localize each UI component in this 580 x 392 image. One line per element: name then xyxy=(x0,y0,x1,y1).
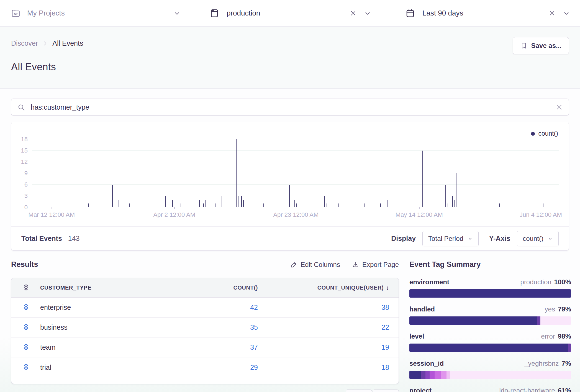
project-chevron-down-icon[interactable] xyxy=(173,9,181,17)
layers-icon xyxy=(22,284,36,292)
environment-clear-icon[interactable] xyxy=(349,9,357,17)
results-header: Results Edit Columns Export Page xyxy=(11,260,399,269)
table-row: team 37 19 xyxy=(11,337,399,357)
tag-top-value: error xyxy=(541,332,555,340)
tag-distribution-bar[interactable] xyxy=(409,289,571,298)
search-icon xyxy=(17,103,25,112)
tag-bar-segment xyxy=(435,371,441,379)
layers-icon-blue xyxy=(22,363,36,372)
display-chevron-down-icon xyxy=(467,236,473,241)
total-events-value: 143 xyxy=(68,234,80,243)
x-axis-tick xyxy=(52,207,52,209)
cell-customer-type: enterprise xyxy=(36,303,180,311)
edit-columns-button[interactable]: Edit Columns xyxy=(291,261,340,269)
bookmark-icon xyxy=(520,42,527,49)
download-icon xyxy=(352,261,359,268)
tag-name: handled xyxy=(409,305,435,313)
environment-chevron-down-icon[interactable] xyxy=(363,9,372,17)
x-axis-tick xyxy=(296,207,296,209)
tag-distribution-bar[interactable] xyxy=(409,344,571,352)
display-dropdown[interactable]: Total Period xyxy=(422,231,479,246)
search-clear-icon[interactable] xyxy=(555,102,564,112)
chart-bar xyxy=(364,203,365,207)
column-count[interactable]: COUNT() xyxy=(180,285,258,291)
tag-bar-segment xyxy=(537,316,540,325)
sort-desc-arrow-icon: ↓ xyxy=(386,284,389,292)
project-selector[interactable]: My Projects xyxy=(0,0,192,26)
chart-bar xyxy=(324,196,325,207)
column-count-unique-user[interactable]: COUNT_UNIQUE(USER) ↓ xyxy=(258,284,399,292)
chart-bar xyxy=(380,203,381,207)
yaxis-chevron-down-icon xyxy=(547,236,553,241)
breadcrumb-discover-link[interactable]: Discover xyxy=(11,39,38,47)
date-range-selector[interactable]: Last 90 days xyxy=(388,0,580,26)
projects-folder-icon xyxy=(11,9,20,18)
chart-legend: count() xyxy=(531,130,558,137)
chart-bar xyxy=(224,203,224,207)
tag-top-value: _yeghrsbnz xyxy=(524,360,559,367)
x-axis-tick xyxy=(541,207,541,209)
x-axis-tick-label: Jun 4 12:00 AM xyxy=(520,211,562,218)
chart-bar xyxy=(338,203,339,207)
chart-bar xyxy=(199,200,200,207)
y-axis-tick-label: 3 xyxy=(24,192,28,200)
previous-page-button[interactable] xyxy=(346,390,372,392)
tag-name: environment xyxy=(409,278,449,286)
cell-count-link[interactable]: 29 xyxy=(250,363,258,371)
chart-bar xyxy=(445,185,446,207)
cell-count-unique-link[interactable]: 19 xyxy=(381,343,389,351)
chart-x-axis-line xyxy=(32,207,559,207)
cell-customer-type: trial xyxy=(36,363,180,372)
tag-distribution-bar[interactable] xyxy=(409,316,571,325)
y-axis-tick-label: 15 xyxy=(21,147,28,154)
chart-bar xyxy=(448,203,448,207)
chart-bar xyxy=(263,203,264,207)
tag-summary-title: Event Tag Summary xyxy=(409,260,571,269)
chart-bar xyxy=(183,203,183,207)
next-page-button[interactable] xyxy=(373,390,399,392)
cell-count-link[interactable]: 37 xyxy=(250,343,258,351)
tag-top-value: ido-react-hardware xyxy=(499,387,555,392)
tag-percent: 61% xyxy=(558,387,571,392)
chart-bar xyxy=(327,203,327,207)
chart-bar xyxy=(387,200,387,207)
tag-name: level xyxy=(409,332,424,340)
tag-bar-segment xyxy=(430,371,435,379)
chart-bar xyxy=(292,196,292,207)
chart-plot[interactable]: 0369121518Mar 12 12:00 AMApr 2 12:00 AMA… xyxy=(32,139,559,207)
cell-count-unique-link[interactable]: 22 xyxy=(381,323,389,331)
tag-bar-segment xyxy=(409,289,571,298)
tag-distribution-bar[interactable] xyxy=(409,371,571,379)
date-range-clear-icon[interactable] xyxy=(548,9,556,17)
cell-count-unique-link[interactable]: 38 xyxy=(381,303,389,311)
tag-bar-segment xyxy=(409,316,537,325)
x-axis-tick xyxy=(419,207,420,209)
chart-bar xyxy=(289,185,290,207)
cell-count-unique-link[interactable]: 18 xyxy=(381,363,389,372)
chart-bar xyxy=(456,173,456,207)
cell-count-link[interactable]: 35 xyxy=(250,323,258,331)
events-chart-card: count() 0369121518Mar 12 12:00 AMApr 2 1… xyxy=(11,122,569,251)
tag-percent: 7% xyxy=(561,360,571,367)
results-table: CUSTOMER_TYPE COUNT() COUNT_UNIQUE(USER)… xyxy=(11,278,399,384)
edit-columns-label: Edit Columns xyxy=(301,261,340,269)
search-input[interactable] xyxy=(11,99,569,116)
pencil-icon xyxy=(291,261,297,268)
y-axis-tick-label: 18 xyxy=(21,136,28,143)
x-axis-tick-label: Apr 23 12:00 AM xyxy=(273,211,319,218)
tag-top-value: production xyxy=(520,278,551,286)
environment-selector[interactable]: production xyxy=(192,0,388,26)
date-range-chevron-down-icon[interactable] xyxy=(562,9,571,17)
chart-bar xyxy=(294,200,295,207)
yaxis-dropdown[interactable]: count() xyxy=(517,231,559,246)
y-axis-tick-label: 12 xyxy=(21,158,28,166)
tag-percent: 100% xyxy=(554,278,571,286)
column-customer-type[interactable]: CUSTOMER_TYPE xyxy=(36,285,180,291)
table-row: trial 29 18 xyxy=(11,357,399,377)
save-as-button[interactable]: Save as... xyxy=(513,37,569,54)
table-pagination xyxy=(346,390,399,392)
chart-bar xyxy=(243,200,244,207)
cell-count-link[interactable]: 42 xyxy=(250,303,258,311)
y-gridline xyxy=(32,150,559,151)
export-page-button[interactable]: Export Page xyxy=(352,261,399,269)
